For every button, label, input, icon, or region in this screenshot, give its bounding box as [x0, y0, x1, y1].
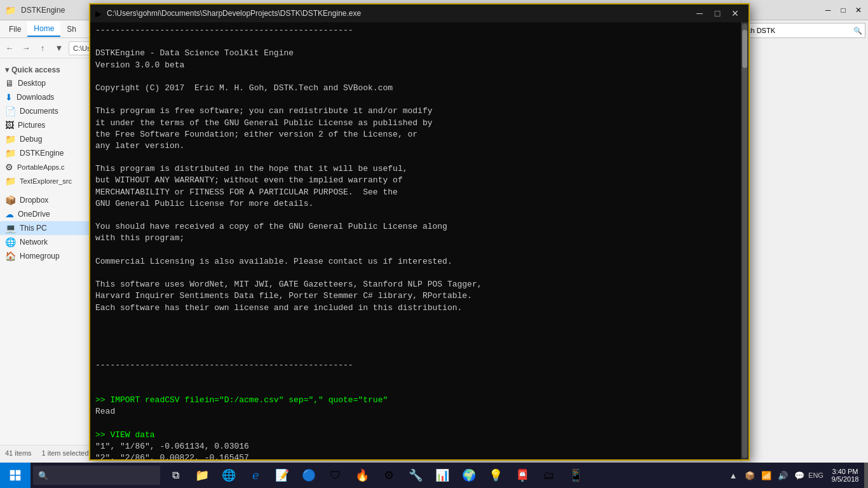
documents-label: Documents	[20, 107, 58, 116]
app14-symbol: 📮	[515, 468, 529, 482]
file-explorer-taskbar-icon[interactable]: 📁	[189, 463, 215, 488]
tab-home[interactable]: Home	[27, 22, 60, 37]
dstk-folder-icon: 📁	[5, 148, 16, 158]
notepad-icon[interactable]: 📝	[269, 463, 295, 488]
tray-up-arrow[interactable]: ▲	[726, 463, 741, 488]
bg-minimize-button[interactable]: ─	[821, 3, 835, 17]
console-output[interactable]: ----------------------------------------…	[90, 22, 741, 459]
app15-icon[interactable]: 🗂	[536, 463, 562, 488]
scrollbar-thumb[interactable]	[742, 30, 747, 68]
selected-info: 1 item selected	[42, 449, 89, 457]
edge-icon[interactable]: 🌐	[216, 463, 241, 488]
bg-close-button[interactable]: ✕	[851, 3, 865, 17]
pictures-icon: 🖼	[5, 120, 14, 130]
app16-icon[interactable]: 📱	[563, 463, 588, 488]
ie-icon[interactable]: ℯ	[243, 463, 268, 488]
onedrive-label: OneDrive	[18, 210, 50, 219]
tab-file[interactable]: File	[3, 22, 27, 36]
background-window-stub: ─ □ ✕ 🔍	[741, 0, 868, 488]
clock-date: 9/5/2018	[832, 475, 859, 483]
forward-button[interactable]: →	[19, 41, 33, 55]
app11-symbol: 📊	[435, 468, 449, 482]
app9-icon[interactable]: ⚙	[376, 463, 402, 488]
clock-time: 3:40 PM	[832, 468, 858, 475]
app12-icon[interactable]: 🌍	[456, 463, 482, 488]
app9-symbol: ⚙	[384, 468, 394, 482]
show-desktop-button[interactable]	[864, 463, 868, 488]
sidebar-item-downloads[interactable]: ⬇ Downloads	[0, 90, 101, 104]
console-titlebar: ▶ C:\Users\gohmi\Documents\SharpDevelopP…	[90, 4, 749, 22]
console-maximize-button[interactable]: □	[709, 6, 726, 20]
sidebar-item-homegroup[interactable]: 🏠 Homegroup	[0, 249, 101, 263]
homegroup-icon: 🏠	[5, 251, 16, 261]
console-close-button[interactable]: ✕	[727, 6, 743, 20]
console-title-path: C:\Users\gohmi\Documents\SharpDevelopPro…	[107, 9, 686, 18]
quick-access-header[interactable]: ▾ Quick access	[0, 64, 101, 76]
console-window: ▶ C:\Users\gohmi\Documents\SharpDevelopP…	[89, 3, 750, 461]
edge-symbol: 🌐	[222, 468, 236, 482]
sidebar-item-thispc[interactable]: 💻 This PC	[0, 221, 101, 235]
sidebar-item-desktop[interactable]: 🖥 Desktop	[0, 76, 101, 90]
console-scrollbar[interactable]	[741, 22, 749, 459]
svg-rect-1	[16, 470, 21, 475]
taskbar-search[interactable]: 🔍	[33, 466, 160, 485]
tray-volume[interactable]: 🔊	[775, 463, 790, 488]
debug-folder-icon: 📁	[5, 134, 16, 144]
console-inner: ----------------------------------------…	[90, 22, 749, 459]
sidebar: ▾ Quick access 🖥 Desktop ⬇ Downloads 📄 D…	[0, 58, 102, 445]
bg-search-icon: 🔍	[853, 27, 862, 35]
sidebar-item-dstkengine[interactable]: 📁 DSTKEngine	[0, 146, 101, 160]
chrome-icon[interactable]: 🔵	[296, 463, 322, 488]
bg-maximize-button[interactable]: □	[836, 3, 850, 17]
sidebar-item-documents[interactable]: 📄 Documents	[0, 104, 101, 118]
taskbar-search-input[interactable]	[48, 471, 144, 480]
textexplorer-label: TextExplorer_src	[20, 177, 72, 185]
system-clock[interactable]: 3:40 PM 9/5/2018	[826, 463, 864, 488]
app13-icon[interactable]: 💡	[483, 463, 508, 488]
ie-symbol: ℯ	[252, 468, 259, 482]
app8-icon[interactable]: 🔥	[349, 463, 375, 488]
svg-rect-3	[16, 476, 21, 481]
bg-win-titlebar: ─ □ ✕	[742, 0, 868, 20]
sidebar-item-onedrive[interactable]: ☁ OneDrive	[0, 207, 101, 221]
bg-search-input[interactable]	[747, 27, 853, 34]
desktop-icon: 🖥	[5, 78, 14, 88]
tray-msg[interactable]: 💬	[792, 463, 807, 488]
sidebar-item-dropbox[interactable]: 📦 Dropbox	[0, 193, 101, 207]
tray-network[interactable]: 📶	[759, 463, 774, 488]
recent-locations-button[interactable]: ▼	[52, 41, 66, 55]
sidebar-item-pictures[interactable]: 🖼 Pictures	[0, 118, 101, 132]
app7-symbol: 🛡	[330, 469, 341, 482]
console-minimize-button[interactable]: ─	[691, 6, 708, 20]
dropbox-icon: 📦	[5, 195, 16, 205]
taskbar-app-icons: ⧉ 📁 🌐 ℯ 📝 🔵 🛡 🔥 ⚙ 🔧 📊	[163, 463, 588, 488]
app14-icon[interactable]: 📮	[510, 463, 535, 488]
sidebar-item-portableapps[interactable]: ⚙ PortableApps.c	[0, 160, 101, 174]
up-button[interactable]: ↑	[36, 41, 50, 55]
folder-icon: 📁	[5, 5, 16, 15]
app11-icon[interactable]: 📊	[430, 463, 455, 488]
scrollbar-track	[742, 24, 747, 458]
console-text: ----------------------------------------…	[95, 25, 736, 459]
chevron-icon: ▾	[5, 65, 9, 74]
app7-icon[interactable]: 🛡	[323, 463, 348, 488]
sidebar-item-debug[interactable]: 📁 Debug	[0, 132, 101, 146]
tray-dropbox[interactable]: 📦	[742, 463, 757, 488]
bg-search-box[interactable]: 🔍	[744, 23, 865, 38]
taskview-icon[interactable]: ⧉	[163, 463, 188, 488]
tab-share[interactable]: Sh	[60, 22, 83, 36]
app16-symbol: 📱	[569, 468, 583, 482]
app13-symbol: 💡	[489, 468, 503, 482]
quick-access-label: Quick access	[11, 65, 60, 74]
dropbox-label: Dropbox	[20, 196, 48, 205]
start-button[interactable]	[0, 463, 31, 488]
desktop-label: Desktop	[18, 79, 46, 88]
pictures-label: Pictures	[18, 121, 45, 130]
svg-rect-2	[10, 476, 15, 481]
sidebar-item-textexplorer[interactable]: 📁 TextExplorer_src	[0, 174, 101, 188]
back-button[interactable]: ←	[3, 41, 17, 55]
portableapps-label: PortableApps.c	[17, 163, 65, 171]
sidebar-item-network[interactable]: 🌐 Network	[0, 235, 101, 249]
tray-lang[interactable]: ENG	[808, 463, 824, 488]
app10-icon[interactable]: 🔧	[403, 463, 428, 488]
